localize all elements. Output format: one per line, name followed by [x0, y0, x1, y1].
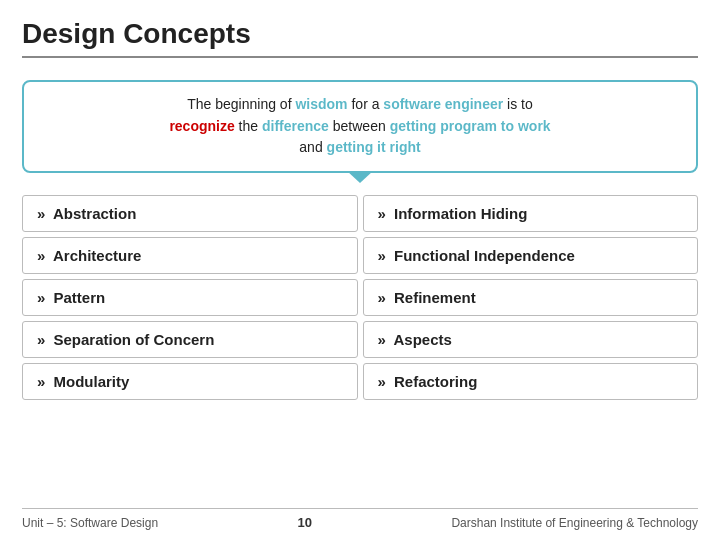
getting-right-text: getting it right — [327, 139, 421, 155]
bullet-icon: » — [37, 289, 45, 306]
item-label: Abstraction — [53, 205, 136, 222]
bullet-icon: » — [378, 289, 386, 306]
list-item: » Refinement — [363, 279, 699, 316]
bullet-icon: » — [37, 373, 45, 390]
bullet-icon: » — [37, 331, 45, 348]
list-item: » Refactoring — [363, 363, 699, 400]
list-item: » Modularity — [22, 363, 358, 400]
bullet-icon: » — [37, 205, 45, 222]
intro-box: The beginning of wisdom for a software e… — [22, 80, 698, 173]
footer-page: 10 — [298, 515, 312, 530]
item-label: Pattern — [54, 289, 106, 306]
list-item: » Architecture — [22, 237, 358, 274]
intro-line2: recognize the difference between getting… — [169, 118, 550, 134]
item-label: Functional Independence — [394, 247, 575, 264]
footer: Unit – 5: Software Design 10 Darshan Ins… — [22, 508, 698, 530]
item-label: Architecture — [53, 247, 141, 264]
item-label: Separation of Concern — [54, 331, 215, 348]
page-title: Design Concepts — [22, 18, 698, 50]
list-item: » Abstraction — [22, 195, 358, 232]
bullet-icon: » — [378, 331, 386, 348]
page: Design Concepts The beginning of wisdom … — [0, 0, 720, 540]
list-item: » Pattern — [22, 279, 358, 316]
list-item: » Functional Independence — [363, 237, 699, 274]
bullet-icon: » — [378, 247, 386, 264]
item-label: Refinement — [394, 289, 476, 306]
bullet-icon: » — [37, 247, 45, 264]
item-label: Aspects — [393, 331, 451, 348]
recognize-text: recognize — [169, 118, 234, 134]
list-item: » Aspects — [363, 321, 699, 358]
getting-program-text: getting program to work — [390, 118, 551, 134]
intro-text: The beginning of wisdom for a software e… — [42, 94, 678, 159]
footer-right: Darshan Institute of Engineering & Techn… — [451, 516, 698, 530]
intro-line1: The beginning of wisdom for a software e… — [187, 96, 533, 112]
footer-left: Unit – 5: Software Design — [22, 516, 158, 530]
title-divider — [22, 56, 698, 58]
list-item: » Information Hiding — [363, 195, 699, 232]
item-label: Modularity — [54, 373, 130, 390]
concepts-grid: » Abstraction » Information Hiding » Arc… — [22, 195, 698, 400]
intro-line3: and getting it right — [299, 139, 420, 155]
item-label: Refactoring — [394, 373, 477, 390]
bullet-icon: » — [378, 373, 386, 390]
bullet-icon: » — [378, 205, 386, 222]
item-label: Information Hiding — [394, 205, 527, 222]
wisdom-text: wisdom — [295, 96, 347, 112]
list-item: » Separation of Concern — [22, 321, 358, 358]
difference-text: difference — [262, 118, 329, 134]
title-area: Design Concepts — [22, 18, 698, 70]
software-engineer-text: software engineer — [383, 96, 503, 112]
